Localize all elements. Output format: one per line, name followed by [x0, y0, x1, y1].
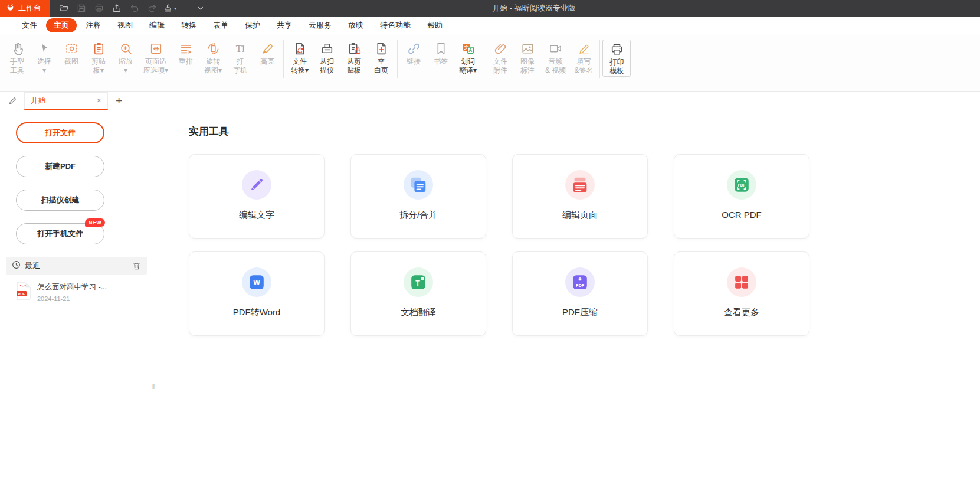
pdf-file-icon: PDF — [16, 282, 31, 302]
audio-video-icon — [548, 40, 563, 57]
ocr-pdf-icon: PDF — [727, 170, 756, 200]
menu-item-共享[interactable]: 共享 — [269, 18, 300, 32]
ribbon-separator — [283, 40, 284, 78]
ribbon-file-attachment: 文件附件 — [487, 40, 514, 76]
ribbon-word-translate[interactable]: 文A划词翻译▾ — [454, 40, 481, 76]
save-icon — [73, 1, 89, 15]
sidebar-resize-handle[interactable]: ‖ — [150, 380, 156, 394]
sidebar-button-label: 打开手机文件 — [37, 228, 83, 239]
page-fit-options-icon — [149, 40, 163, 57]
sidebar-buttons: 打开文件新建PDF扫描仪创建打开手机文件NEW — [0, 122, 153, 244]
card-label: 编辑页面 — [562, 210, 598, 221]
sidebar-button-scanner-create[interactable]: 扫描仪创建 — [16, 190, 104, 211]
highlight-icon — [260, 40, 275, 57]
print-template-icon — [609, 41, 624, 58]
menu-item-视图[interactable]: 视图 — [110, 18, 140, 32]
select-icon — [37, 40, 52, 57]
ribbon-clipboard: 剪贴板▾ — [85, 40, 112, 76]
open-file-icon[interactable] — [55, 1, 71, 15]
ribbon-label: 手型 — [10, 57, 24, 66]
menu-item-云服务[interactable]: 云服务 — [301, 18, 339, 32]
ribbon-link: 链接 — [400, 40, 427, 67]
ribbon-image-annotation: 图像标注 — [514, 40, 541, 76]
edit-pages-icon — [565, 170, 595, 200]
ribbon-label: 旋转 — [206, 57, 220, 66]
bookmark-icon — [434, 40, 448, 57]
card-edit-pages[interactable]: 编辑页面 — [512, 154, 648, 239]
main-panel: 实用工具 编辑文字拆分/合并编辑页面PDFOCR PDFWPDF转WordT文档… — [153, 110, 980, 490]
sidebar-button-label: 新建PDF — [45, 161, 76, 172]
content-area: 打开文件新建PDF扫描仪创建打开手机文件NEW 最近 PDF怎么面对高中学习 -… — [0, 110, 980, 490]
word-translate-icon: 文A — [461, 40, 476, 57]
stamp-tools-icon[interactable]: ▾ — [162, 1, 178, 15]
card-split-merge[interactable]: 拆分/合并 — [350, 154, 486, 239]
card-doc-translate[interactable]: T文档翻译 — [350, 251, 486, 336]
sidebar-button-open-phone-file[interactable]: 打开手机文件NEW — [16, 223, 104, 244]
sidebar: 打开文件新建PDF扫描仪创建打开手机文件NEW 最近 PDF怎么面对高中学习 -… — [0, 110, 153, 490]
ribbon-bookmark: 书签 — [427, 40, 454, 67]
new-tab-button[interactable]: + — [116, 95, 122, 106]
ribbon-label: 音频 — [549, 57, 563, 66]
card-view-more[interactable]: 查看更多 — [674, 251, 809, 336]
export-icon[interactable] — [109, 1, 124, 15]
menu-item-转换[interactable]: 转换 — [173, 18, 204, 32]
menu-item-主页[interactable]: 主页 — [46, 18, 77, 32]
card-pdf-to-word[interactable]: WPDF转Word — [189, 251, 325, 336]
menu-item-保护[interactable]: 保护 — [237, 18, 268, 32]
sidebar-button-open-file[interactable]: 打开文件 — [16, 122, 104, 143]
card-label: 文档翻译 — [401, 307, 436, 318]
menu-item-表单[interactable]: 表单 — [205, 18, 236, 32]
ribbon-from-scanner[interactable]: 从扫描仪 — [313, 40, 340, 76]
ribbon-label: 剪贴 — [91, 57, 106, 66]
ribbon-label: 划词 — [461, 57, 475, 66]
menu-item-特色功能[interactable]: 特色功能 — [372, 18, 418, 32]
titlebar: 工作台 ▾ 开始 - 福昕阅读器专业版 — [0, 0, 980, 17]
ribbon-label: 缩放 — [119, 57, 133, 66]
ribbon-from-clipboard[interactable]: 从剪贴板 — [340, 40, 368, 76]
ribbon-hand-tool: 手型工具 — [4, 40, 31, 76]
card-label: PDF转Word — [233, 307, 281, 318]
ribbon-label: 应选项▾ — [143, 66, 168, 75]
ribbon-print-template[interactable]: 打印模板 — [602, 40, 631, 77]
dropdown-caret: ▾ — [174, 6, 176, 11]
menu-item-帮助[interactable]: 帮助 — [419, 18, 450, 32]
print-icon — [91, 1, 107, 15]
window-title: 开始 - 福昕阅读器专业版 — [492, 3, 576, 14]
ribbon-label: 字机 — [233, 66, 247, 75]
ribbon-page-fit-options: 页面适应选项▾ — [139, 40, 172, 76]
menu-item-文件[interactable]: 文件 — [14, 18, 45, 32]
tools-grid: 编辑文字拆分/合并编辑页面PDFOCR PDFWPDF转WordT文档翻译PDF… — [189, 154, 980, 336]
card-ocr-pdf[interactable]: PDFOCR PDF — [674, 154, 809, 239]
clear-recent-button[interactable] — [132, 262, 141, 270]
menu-item-放映[interactable]: 放映 — [340, 18, 371, 32]
ribbon-separator — [599, 40, 600, 78]
recent-file-item[interactable]: PDF怎么面对高中学习 -...2024-11-21 — [0, 275, 153, 302]
recent-header: 最近 — [6, 257, 147, 275]
card-edit-text[interactable]: 编辑文字 — [189, 154, 325, 239]
recent-file-title: 怎么面对高中学习 -... — [37, 282, 107, 292]
zoom-icon — [119, 40, 133, 57]
fill-sign-icon — [576, 40, 591, 57]
ribbon-reflow: 重排 — [172, 40, 199, 67]
collapse-toolbar-icon[interactable] — [192, 1, 208, 15]
svg-text:T: T — [235, 43, 241, 54]
image-annotation-icon — [520, 40, 535, 57]
menu-item-注释[interactable]: 注释 — [78, 18, 109, 32]
workbench-button[interactable]: 工作台 — [0, 0, 50, 17]
redo-icon — [144, 1, 160, 15]
sidebar-button-new-pdf[interactable]: 新建PDF — [16, 156, 104, 177]
ribbon-label: 截图 — [64, 57, 78, 66]
card-pdf-compress[interactable]: PDFPDF压缩 — [512, 251, 648, 336]
tab-close-icon[interactable]: × — [97, 96, 101, 104]
card-label: 拆分/合并 — [399, 210, 437, 221]
section-title: 实用工具 — [189, 125, 980, 138]
ribbon-blank-page[interactable]: 空白页 — [368, 40, 395, 76]
ribbon-separator — [484, 40, 484, 78]
sidebar-button-label: 扫描仪创建 — [41, 195, 80, 205]
ribbon-file-convert[interactable]: 文件转换▾ — [286, 40, 313, 76]
tab-start[interactable]: 开始 × — [24, 92, 108, 110]
pen-icon[interactable] — [6, 94, 19, 107]
svg-text:PDF: PDF — [738, 183, 745, 187]
ribbon-highlight: 高亮 — [254, 40, 281, 67]
menu-item-编辑[interactable]: 编辑 — [142, 18, 172, 32]
